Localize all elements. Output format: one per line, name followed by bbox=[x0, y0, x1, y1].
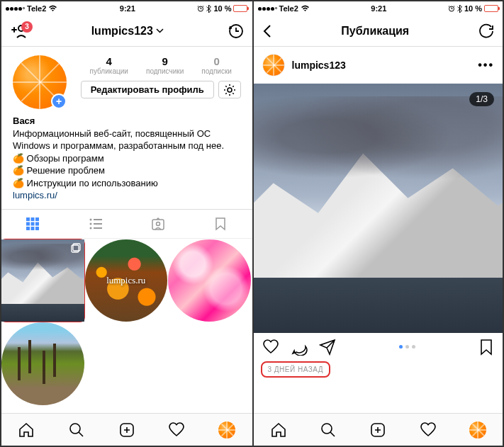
tab-search[interactable] bbox=[52, 414, 102, 446]
tab-activity[interactable] bbox=[152, 414, 202, 446]
chevron-down-icon bbox=[156, 28, 164, 33]
carousel-icon bbox=[71, 243, 81, 253]
add-story-icon[interactable]: + bbox=[51, 94, 67, 109]
grid-post-3[interactable] bbox=[168, 239, 251, 322]
tab-home[interactable] bbox=[254, 414, 303, 446]
battery-percent: 10 % bbox=[464, 4, 482, 13]
carrier-label: Tele2 bbox=[27, 4, 46, 13]
like-button[interactable] bbox=[262, 339, 279, 356]
profile-screen: Tele2 9:21 10 % 3 lumpics123 + bbox=[1, 1, 252, 446]
tab-profile[interactable] bbox=[453, 414, 503, 446]
page-title: Публикация bbox=[341, 25, 409, 38]
bottom-tab-bar bbox=[1, 413, 252, 446]
svg-point-26 bbox=[322, 424, 332, 434]
bio-link[interactable]: lumpics.ru/ bbox=[13, 189, 241, 202]
carrier-label: Tele2 bbox=[279, 4, 298, 13]
refresh-button[interactable] bbox=[478, 23, 494, 39]
battery-icon bbox=[233, 5, 247, 12]
display-name: Вася bbox=[13, 115, 241, 128]
bio-line-4: 🍊 Инструкции по использованию bbox=[13, 177, 241, 190]
alarm-icon bbox=[448, 5, 455, 12]
publication-screen: Tele2 9:21 10 % Публикация lumpics123 ••… bbox=[252, 1, 503, 446]
grid-post-2[interactable]: lumpics.ru bbox=[85, 239, 168, 322]
discover-people-button[interactable]: 3 bbox=[10, 24, 27, 38]
profile-username-dropdown[interactable]: lumpics123 bbox=[91, 25, 164, 38]
archive-button[interactable] bbox=[228, 23, 244, 39]
bio-line-2: 🍊 Обзоры программ bbox=[13, 152, 241, 165]
tab-list[interactable] bbox=[64, 210, 126, 238]
grid-icon bbox=[26, 217, 40, 231]
gear-icon bbox=[223, 84, 236, 96]
edit-profile-button[interactable]: Редактировать профиль bbox=[81, 81, 214, 98]
tagged-icon bbox=[151, 217, 165, 231]
tab-search[interactable] bbox=[303, 414, 353, 446]
home-icon bbox=[18, 421, 35, 438]
carousel-counter-badge: 1/3 bbox=[469, 92, 494, 106]
comment-button[interactable] bbox=[291, 339, 308, 356]
profile-tab-strip bbox=[1, 209, 252, 239]
svg-point-23 bbox=[70, 424, 80, 434]
svg-rect-10 bbox=[26, 227, 30, 230]
tab-tagged[interactable] bbox=[127, 210, 189, 238]
list-icon bbox=[89, 217, 103, 231]
bottom-tab-bar bbox=[254, 413, 503, 446]
stat-posts[interactable]: 4 публикации bbox=[90, 55, 128, 75]
post-header: lumpics123 ••• bbox=[254, 47, 503, 84]
svg-rect-11 bbox=[31, 227, 35, 230]
post-author-username[interactable]: lumpics123 bbox=[292, 60, 471, 71]
tab-grid[interactable] bbox=[1, 210, 64, 238]
stat-followers[interactable]: 9 подписчики bbox=[146, 55, 184, 75]
heart-icon bbox=[262, 339, 279, 356]
send-icon bbox=[319, 339, 336, 356]
post-author-avatar[interactable] bbox=[262, 54, 285, 77]
bluetooth-icon bbox=[206, 5, 211, 13]
search-icon bbox=[320, 421, 337, 438]
tab-profile[interactable] bbox=[202, 414, 252, 446]
profile-avatar[interactable]: + bbox=[13, 55, 67, 109]
username-label: lumpics123 bbox=[91, 25, 153, 38]
tab-add-post[interactable] bbox=[353, 414, 403, 446]
profile-bio: Вася Информационный веб-сайт, посвященны… bbox=[1, 115, 252, 209]
status-time: 9:21 bbox=[371, 4, 386, 13]
carousel-pager-dots bbox=[399, 345, 415, 349]
svg-rect-4 bbox=[26, 217, 30, 221]
battery-icon bbox=[484, 5, 498, 12]
grid-post-4[interactable] bbox=[1, 322, 84, 405]
svg-rect-7 bbox=[26, 222, 30, 225]
profile-header-section: + 4 публикации 9 подписчики 0 подписки Р… bbox=[1, 47, 252, 115]
bio-line-3: 🍊 Решение проблем bbox=[13, 164, 241, 177]
post-more-button[interactable]: ••• bbox=[478, 59, 494, 72]
tab-add-post[interactable] bbox=[101, 414, 152, 446]
profile-nav-header: 3 lumpics123 bbox=[1, 16, 252, 47]
svg-point-3 bbox=[228, 88, 232, 92]
status-time: 9:21 bbox=[120, 4, 135, 13]
tab-activity[interactable] bbox=[403, 414, 452, 446]
post-image[interactable]: 1/3 bbox=[254, 84, 503, 333]
settings-button[interactable] bbox=[218, 81, 241, 98]
svg-point-13 bbox=[89, 218, 91, 220]
timestamp-row: 3 ДНЕЙ НАЗАД bbox=[254, 358, 503, 385]
refresh-icon bbox=[478, 23, 494, 39]
bluetooth-icon bbox=[457, 5, 462, 13]
bookmark-icon bbox=[214, 217, 227, 231]
share-button[interactable] bbox=[319, 339, 336, 356]
svg-rect-5 bbox=[31, 217, 35, 221]
status-bar: Tele2 9:21 10 % bbox=[1, 1, 252, 16]
save-button[interactable] bbox=[478, 339, 494, 356]
stat-following[interactable]: 0 подписки bbox=[201, 55, 232, 75]
post-timestamp: 3 ДНЕЙ НАЗАД bbox=[261, 361, 331, 378]
signal-icon bbox=[258, 7, 277, 11]
grid-post-1[interactable] bbox=[1, 239, 84, 322]
svg-rect-9 bbox=[35, 222, 39, 225]
tab-saved[interactable] bbox=[189, 210, 252, 238]
grid-logo-text: lumpics.ru bbox=[106, 275, 145, 286]
profile-avatar-icon bbox=[469, 421, 486, 438]
status-bar: Tele2 9:21 10 % bbox=[254, 1, 503, 16]
post-actions-row bbox=[254, 333, 503, 358]
battery-percent: 10 % bbox=[213, 4, 231, 13]
back-button[interactable] bbox=[262, 24, 272, 38]
home-icon bbox=[270, 421, 287, 438]
tab-home[interactable] bbox=[1, 414, 52, 446]
svg-rect-6 bbox=[35, 217, 39, 221]
svg-point-17 bbox=[89, 227, 91, 229]
